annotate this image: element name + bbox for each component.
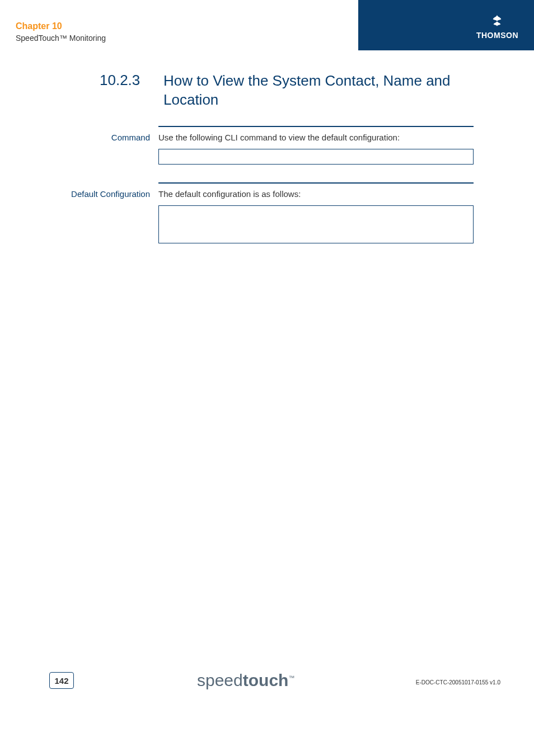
default-config-description: The default configuration is as follows: — [158, 189, 474, 199]
content-area: Command Use the following CLI command to… — [60, 126, 475, 261]
document-id: E-DOC-CTC-20051017-0155 v1.0 — [416, 679, 500, 685]
section-number: 10.2.3 — [100, 72, 140, 89]
command-description: Use the following CLI command to view th… — [158, 133, 474, 142]
label-text: Default Configuration — [71, 189, 150, 199]
content-row-default-config: Default Configuration The default config… — [60, 182, 475, 243]
divider — [158, 126, 474, 127]
thomson-logo: THOMSON — [476, 14, 518, 40]
thomson-brand-text: THOMSON — [476, 31, 518, 40]
speedtouch-logo: speedtouch™ — [197, 671, 294, 690]
label-text: Command — [111, 133, 150, 142]
logo-tm: ™ — [288, 674, 294, 681]
chapter-title: Chapter 10 — [16, 21, 62, 31]
body-col-command: Use the following CLI command to view th… — [158, 126, 474, 165]
logo-prefix: speed — [197, 671, 243, 689]
command-code-box — [158, 149, 474, 165]
content-row-command: Command Use the following CLI command to… — [60, 126, 475, 165]
default-config-code-box — [158, 205, 474, 243]
label-command: Command — [60, 126, 158, 165]
page-number: 142 — [49, 672, 74, 689]
section-title: How to View the System Contact, Name and… — [163, 72, 477, 110]
logo-bold: touch — [243, 671, 289, 689]
label-default-config: Default Configuration — [60, 182, 158, 243]
body-col-default-config: The default configuration is as follows: — [158, 182, 474, 243]
chapter-subtitle: SpeedTouch™ Monitoring — [16, 34, 106, 43]
thomson-brand-icon — [491, 14, 503, 26]
divider — [158, 182, 474, 184]
